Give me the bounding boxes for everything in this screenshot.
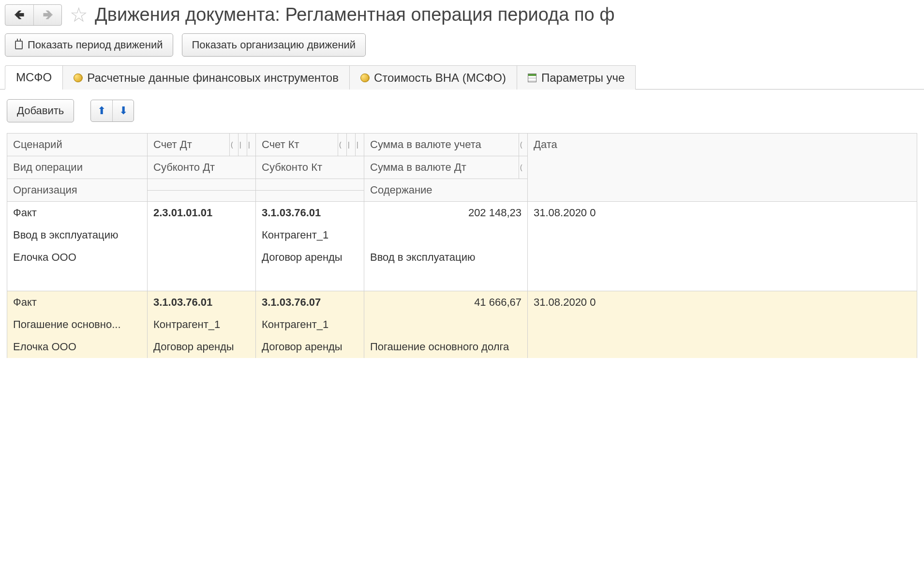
col-flag[interactable]: ( (519, 156, 528, 179)
table-row[interactable]: Факт 3.1.03.76.01 3.1.03.76.07 41 666,67… (7, 291, 917, 314)
col-flag[interactable]: | (347, 134, 356, 156)
cell-content: Ввод в эксплуатацию (364, 246, 528, 291)
tab-label: Стоимость ВНА (МСФО) (374, 71, 506, 85)
col-date[interactable]: Дата (528, 134, 917, 202)
cell-sum-dt (364, 313, 528, 336)
cell-sub-dt2 (148, 246, 256, 269)
tab-fin-instruments[interactable]: Расчетные данные финансовых инструментов (62, 65, 350, 90)
forward-button[interactable]: 🡺 (33, 5, 61, 25)
cell-org: Елочка ООО (7, 246, 148, 291)
col-flag[interactable]: ( (230, 134, 238, 156)
cell-sum-dt (364, 224, 528, 246)
cell-sub-dt (148, 224, 256, 246)
col-flag[interactable]: | (238, 134, 247, 156)
col-sum[interactable]: Сумма в валюте учета (364, 134, 519, 156)
move-down-button[interactable]: ⬇ (112, 100, 134, 121)
cell-sub-kt2: Договор аренды (256, 336, 364, 358)
cell-sum: 41 666,67 (364, 291, 528, 314)
col-acc-dt[interactable]: Счет Дт (148, 134, 230, 156)
tab-label: МСФО (16, 71, 52, 84)
cell-empty (256, 269, 364, 291)
show-period-button[interactable]: Показать период движений (5, 33, 173, 57)
arrow-up-icon: ⬆ (97, 104, 106, 117)
col-flag[interactable]: | (247, 134, 256, 156)
col-flag[interactable]: ( (519, 134, 528, 156)
col-acc-kt[interactable]: Счет Кт (256, 134, 338, 156)
cell-org: Елочка ООО (7, 336, 148, 358)
favorite-star-icon[interactable]: ☆ (70, 3, 88, 27)
cell-date: 31.08.2020 0 (528, 202, 917, 291)
back-button[interactable]: 🡸 (5, 5, 33, 25)
col-empty (148, 179, 256, 191)
col-empty (256, 179, 364, 191)
cell-content: Погашение основного долга (364, 336, 528, 358)
cell-sub-kt2: Договор аренды (256, 246, 364, 269)
coin-icon (74, 74, 82, 82)
cell-date: 31.08.2020 0 (528, 291, 917, 358)
tab-msfo[interactable]: МСФО (5, 65, 63, 90)
col-sub-kt[interactable]: Субконто Кт (256, 156, 364, 179)
cell-acc-dt: 3.1.03.76.01 (148, 291, 256, 314)
tab-params[interactable]: Параметры уче (517, 65, 636, 90)
tab-vna-cost[interactable]: Стоимость ВНА (МСФО) (349, 65, 517, 90)
move-up-button[interactable]: ⬆ (91, 100, 112, 121)
coin-icon (360, 74, 369, 82)
cell-scenario: Факт (7, 202, 148, 224)
col-empty (256, 190, 364, 202)
calendar-icon (15, 41, 23, 49)
tab-label: Параметры уче (541, 71, 625, 85)
cell-acc-dt: 2.3.01.01.01 (148, 202, 256, 224)
table-icon (528, 74, 537, 82)
cell-sum: 202 148,23 (364, 202, 528, 224)
cell-op-type: Ввод в эксплуатацию (7, 224, 148, 246)
col-op-type[interactable]: Вид операции (7, 156, 148, 179)
movements-table[interactable]: Сценарий Счет Дт ( | | Счет Кт ( | | Сум… (7, 133, 917, 358)
cell-acc-kt: 3.1.03.76.01 (256, 202, 364, 224)
cell-sub-kt: Контрагент_1 (256, 224, 364, 246)
col-empty (148, 190, 256, 202)
cell-scenario: Факт (7, 291, 148, 314)
button-label: Показать период движений (28, 39, 163, 51)
col-org[interactable]: Организация (7, 179, 148, 202)
tab-label: Расчетные данные финансовых инструментов (87, 71, 339, 85)
arrow-right-icon: 🡺 (43, 9, 53, 21)
col-scenario[interactable]: Сценарий (7, 134, 148, 156)
col-flag[interactable]: ( (338, 134, 347, 156)
col-sub-dt[interactable]: Субконто Дт (148, 156, 256, 179)
arrow-left-icon: 🡸 (14, 9, 25, 21)
col-flag[interactable]: | (356, 134, 364, 156)
cell-empty (148, 269, 256, 291)
show-org-button[interactable]: Показать организацию движений (182, 33, 366, 57)
cell-sub-dt: Контрагент_1 (148, 313, 256, 336)
col-content[interactable]: Содержание (364, 179, 528, 202)
button-label: Показать организацию движений (192, 39, 356, 51)
cell-acc-kt: 3.1.03.76.07 (256, 291, 364, 314)
cell-sub-dt2: Договор аренды (148, 336, 256, 358)
button-label: Добавить (17, 104, 64, 117)
arrow-down-icon: ⬇ (119, 104, 128, 117)
table-row[interactable]: Факт 2.3.01.01.01 3.1.03.76.01 202 148,2… (7, 202, 917, 224)
cell-op-type: Погашение основно... (7, 313, 148, 336)
page-title: Движения документа: Регламентная операци… (95, 4, 615, 25)
cell-sub-kt: Контрагент_1 (256, 313, 364, 336)
add-button[interactable]: Добавить (7, 99, 74, 122)
col-sum-dt[interactable]: Сумма в валюте Дт (364, 156, 519, 179)
